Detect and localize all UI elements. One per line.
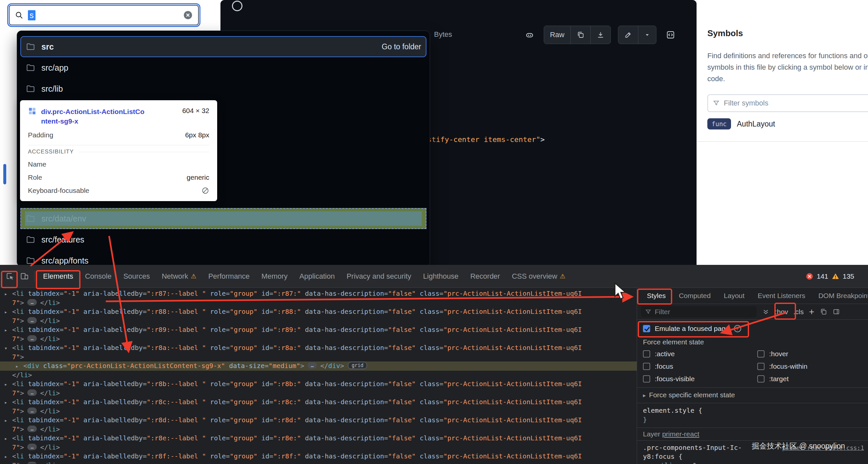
state-checkbox--target[interactable]	[757, 375, 765, 382]
dom-tree-line[interactable]: 7">…</li>	[0, 461, 637, 464]
disclosure-open-icon[interactable]: ▾	[4, 344, 7, 353]
collapsed-content-icon[interactable]: …	[27, 335, 37, 342]
dom-tree-li--r8d-[interactable]: ▸<li tabindex="-1" aria-labelledby=":r8d…	[0, 416, 637, 425]
copilot-icon-button[interactable]	[523, 26, 536, 44]
disclosure-closed-icon[interactable]: ▸	[4, 308, 7, 317]
collapsed-content-icon[interactable]: …	[27, 444, 37, 450]
dom-tree-line[interactable]: 7">…</li>	[0, 443, 637, 452]
finder-item-src-features[interactable]: src/features	[20, 229, 427, 250]
hov-button[interactable]: :hov	[775, 308, 788, 316]
devtools-tab-network[interactable]: Network⚠	[156, 265, 203, 288]
devtools-tab-console[interactable]: Console	[79, 265, 118, 288]
collapsed-content-icon[interactable]: …	[27, 407, 37, 414]
dom-tree-line[interactable]: 7">…</li>	[0, 389, 637, 398]
collapsed-content-icon[interactable]: …	[27, 426, 37, 432]
dom-tree-li--r89-[interactable]: ▸<li tabindex="-1" aria-labelledby=":r89…	[0, 325, 637, 335]
state-checkbox--focus-visible[interactable]	[643, 375, 650, 382]
force-specific-state-row[interactable]: ▸Force specific element state	[637, 388, 868, 403]
dom-tree-li--r8b-[interactable]: ▸<li tabindex="-1" aria-labelledby=":r8b…	[0, 379, 637, 389]
devtools-tab-performance[interactable]: Performance	[203, 265, 256, 288]
dom-tree-li--r8c-[interactable]: ▸<li tabindex="-1" aria-labelledby=":r8c…	[0, 398, 637, 407]
disclosure-closed-icon[interactable]: ▸	[4, 326, 7, 335]
console-status-badges[interactable]: 141 135	[806, 272, 854, 280]
disclosure-closed-icon[interactable]: ▸	[16, 362, 19, 371]
collapsed-content-icon[interactable]: …	[27, 390, 37, 396]
finder-item-src[interactable]: srcGo to folder	[20, 36, 427, 57]
disclosure-closed-icon[interactable]: ▸	[4, 289, 7, 299]
styles-filter-input[interactable]: Filter	[641, 306, 756, 317]
dom-tree-selected-node[interactable]: ▸<div class="prc-ActionList-ActionListCo…	[0, 362, 637, 371]
sidebar-tab-computed[interactable]: Computed	[672, 292, 717, 300]
symbols-toggle-button[interactable]	[664, 26, 677, 44]
dom-tree-line[interactable]: </li>	[0, 371, 637, 380]
finder-item-src-app-fonts[interactable]: src/app/fonts	[20, 250, 427, 267]
disclosure-closed-icon[interactable]: ▸	[4, 398, 7, 407]
collapsed-content-icon[interactable]: …	[27, 299, 37, 306]
edit-icon-button[interactable]	[618, 26, 638, 44]
inspect-element-icon-button[interactable]	[3, 268, 17, 285]
code-token: =	[270, 380, 273, 388]
expand-icon[interactable]: ▶	[687, 463, 690, 464]
download-icon-button[interactable]	[590, 26, 611, 44]
edit-dropdown-button[interactable]	[638, 26, 656, 44]
disclosure-closed-icon[interactable]: ▸	[4, 434, 7, 443]
finder-item-src-app[interactable]: src/app	[20, 57, 427, 78]
sidebar-tab-styles[interactable]: Styles	[640, 292, 672, 300]
code-token	[80, 380, 84, 388]
help-icon[interactable]: ?	[734, 325, 741, 332]
devtools-tab-lighthouse[interactable]: Lighthouse	[417, 265, 465, 288]
copy-icon-button[interactable]	[570, 26, 590, 44]
dom-tree-li--r88-[interactable]: ▸<li tabindex="-1" aria-labelledby=":r88…	[0, 307, 637, 316]
devtools-tab-sources[interactable]: Sources	[117, 265, 156, 288]
raw-button[interactable]: Raw	[544, 26, 570, 44]
emulate-focused-page-checkbox[interactable]	[643, 325, 650, 332]
state-checkbox--active[interactable]	[643, 350, 650, 358]
state-checkbox--hover[interactable]	[757, 350, 765, 358]
device-toolbar-icon-button[interactable]	[17, 268, 32, 285]
dom-tree-line[interactable]: 7">…</li>	[0, 298, 637, 308]
disclosure-closed-icon[interactable]: ▸	[4, 416, 7, 425]
filter-symbols-input[interactable]: Filter symbols	[707, 94, 868, 112]
cls-button[interactable]: .cls	[794, 308, 804, 316]
collapsed-content-icon[interactable]: …	[27, 462, 37, 464]
code-token: "prc-ActionList-ActionListContent-sg9-x"	[67, 362, 225, 370]
file-finder-search-input[interactable]: s	[9, 5, 199, 25]
toggle-rules-icon-button[interactable]	[762, 308, 770, 316]
disclosure-closed-icon[interactable]: ▸	[4, 380, 7, 389]
finder-item-src-lib[interactable]: src/lib	[20, 78, 427, 99]
finder-item-src-data-env[interactable]: src/data/env	[20, 208, 427, 229]
collapsed-content-icon[interactable]: …	[308, 362, 317, 369]
collapsed-content-icon[interactable]: …	[27, 317, 37, 324]
new-style-rule-button[interactable]: +	[809, 307, 814, 317]
layers-icon-button[interactable]	[820, 308, 827, 315]
dom-tree-li--r8a-[interactable]: ▾<li tabindex="-1" aria-labelledby=":r8a…	[0, 343, 637, 352]
symbol-list-item[interactable]: func AuthLayout	[707, 118, 775, 129]
devtools-tab-privacy-and-security[interactable]: Privacy and security	[341, 265, 417, 288]
code-token: li	[20, 371, 28, 379]
dom-tree-line[interactable]: 7">…</li>	[0, 316, 637, 326]
disclosure-closed-icon[interactable]: ▸	[4, 452, 7, 461]
dom-tree-li--r8f-[interactable]: ▸<li tabindex="-1" aria-labelledby=":r8f…	[0, 452, 637, 461]
clear-search-button[interactable]	[183, 10, 193, 20]
dom-tree-line[interactable]: 7">…</li>	[0, 425, 637, 434]
rule-declaration[interactable]: outline:▶0;	[643, 461, 862, 464]
sidebar-tab-layout[interactable]: Layout	[717, 292, 751, 300]
devtools-tab-memory[interactable]: Memory	[256, 265, 293, 288]
element-style-rule[interactable]: element.style { }	[637, 403, 868, 428]
devtools-tab-elements[interactable]: Elements	[37, 265, 79, 288]
dom-tree-line[interactable]: 7">	[0, 352, 637, 362]
state-checkbox--focus-within[interactable]	[757, 363, 765, 370]
sidebar-tab-event-listeners[interactable]: Event Listeners	[751, 292, 812, 300]
dom-tree-line[interactable]: 7">…</li>	[0, 407, 637, 416]
grid-badge[interactable]: grid	[348, 362, 367, 369]
state-checkbox--focus[interactable]	[643, 363, 650, 370]
sidebar-tab-dom-breakpoints[interactable]: DOM Breakpoints	[812, 292, 868, 300]
devtools-tab-application[interactable]: Application	[293, 265, 341, 288]
dom-tree-li--r8e-[interactable]: ▸<li tabindex="-1" aria-labelledby=":r8e…	[0, 434, 637, 443]
dom-tree-li--r87-[interactable]: ▸<li tabindex="-1" aria-labelledby=":r87…	[0, 289, 637, 298]
devtools-tab-recorder[interactable]: Recorder	[464, 265, 506, 288]
layer-link[interactable]: primer-react	[662, 430, 699, 438]
computed-panel-icon-button[interactable]	[833, 308, 840, 315]
devtools-tab-css-overview[interactable]: CSS overview⚠	[506, 265, 571, 288]
dom-tree-line[interactable]: 7">…</li>	[0, 335, 637, 344]
